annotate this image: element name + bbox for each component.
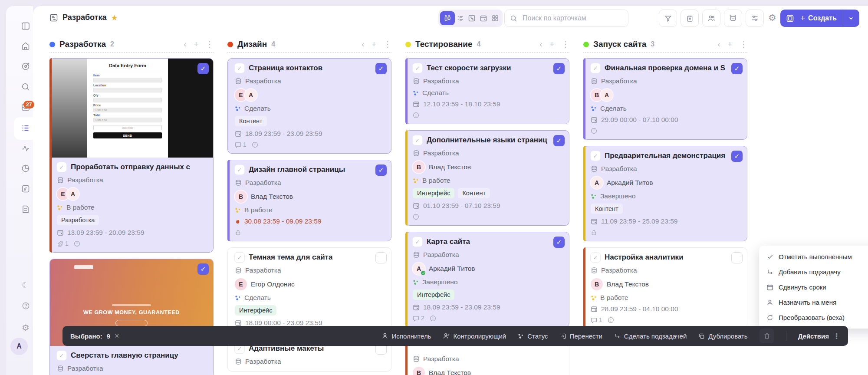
view-calendar-icon[interactable]	[478, 11, 490, 25]
view-grid-icon[interactable]	[489, 11, 501, 25]
settings-gear-icon[interactable]: ⚙	[17, 319, 34, 336]
complete-checkbox[interactable]	[591, 63, 600, 73]
task-card[interactable]: Карта сайта Разработка A Аркадий Титов З…	[405, 232, 569, 327]
add-card-icon[interactable]: +	[372, 40, 376, 49]
feed-icon[interactable]	[17, 180, 34, 197]
activity-icon[interactable]	[17, 140, 34, 157]
goals-icon[interactable]	[17, 58, 34, 75]
reports-pie-icon[interactable]	[17, 160, 34, 177]
task-card[interactable]: Настройка аналитики Разработка B Влад Те…	[583, 247, 747, 329]
user-avatar[interactable]: A	[10, 338, 28, 355]
avatar[interactable]: A	[591, 177, 603, 189]
help-icon[interactable]	[17, 297, 34, 314]
menu-item-shift-dates[interactable]: Сдвинуть сроки	[759, 280, 868, 295]
view-list-icon[interactable]	[455, 11, 467, 25]
column-menu-icon[interactable]: ⋮	[384, 39, 391, 49]
filter-icon[interactable]	[659, 10, 677, 27]
tune-icon[interactable]	[746, 10, 764, 27]
complete-checkbox[interactable]	[235, 165, 244, 174]
bar-action-duplicate[interactable]: Дублировать	[698, 332, 747, 340]
avatar[interactable]: A	[67, 188, 79, 200]
select-checkbox[interactable]	[731, 252, 743, 263]
task-card[interactable]: Data Entry Form Item Location Qty PriceU…	[49, 58, 214, 253]
task-card[interactable]: Дизайн главной страницы Разработка B Вла…	[227, 160, 391, 241]
avatar[interactable]: A	[245, 89, 257, 101]
column-menu-icon[interactable]: ⋮	[206, 39, 214, 49]
complete-checkbox[interactable]	[591, 253, 600, 262]
create-dropdown-chevron-icon[interactable]	[843, 10, 859, 27]
tag[interactable]: Интерфейс	[413, 289, 454, 300]
bar-action-supervisor[interactable]: Контролирующий	[443, 332, 506, 340]
tag[interactable]: Контент	[235, 116, 267, 126]
view-kanban-icon[interactable]	[440, 11, 455, 25]
select-checkbox[interactable]	[197, 263, 209, 275]
avatar[interactable]: B	[413, 367, 425, 375]
menu-item-add-subtask[interactable]: Добавить подзадачу	[759, 264, 868, 280]
create-button[interactable]: +Создать	[799, 10, 843, 27]
complete-checkbox[interactable]	[57, 162, 66, 172]
delete-trash-icon[interactable]	[760, 329, 774, 343]
complete-checkbox[interactable]	[413, 237, 422, 247]
column-menu-icon[interactable]: ⋮	[562, 39, 569, 49]
menu-item-ass ign-to-me[interactable]: Назначить на меня	[759, 295, 868, 310]
select-checkbox[interactable]	[197, 63, 209, 74]
tag[interactable]: Интерфейс	[235, 305, 276, 316]
select-checkbox[interactable]	[553, 135, 565, 146]
select-checkbox[interactable]	[375, 63, 387, 74]
column-menu-icon[interactable]: ⋮	[740, 39, 747, 49]
select-checkbox[interactable]	[553, 63, 565, 74]
complete-checkbox[interactable]	[235, 253, 244, 262]
collapse-column-icon[interactable]: ‹	[717, 40, 720, 49]
view-gantt-icon[interactable]	[466, 11, 478, 25]
search-icon[interactable]	[17, 78, 34, 95]
complete-checkbox[interactable]	[235, 63, 244, 73]
select-checkbox[interactable]	[375, 164, 387, 176]
complete-checkbox[interactable]	[591, 151, 600, 161]
collapse-column-icon[interactable]: ‹	[539, 40, 542, 49]
avatar[interactable]: B	[413, 161, 425, 173]
collapse-column-icon[interactable]: ‹	[184, 40, 186, 49]
task-card[interactable]: Темная тема для сайта Разработка E Егор …	[227, 247, 391, 332]
select-checkbox[interactable]	[731, 151, 743, 162]
clipboard-icon[interactable]	[681, 10, 699, 27]
bar-action-make-subtask[interactable]: Сделать подзадачей	[614, 332, 687, 340]
favorite-star-icon[interactable]: ★	[111, 14, 118, 22]
avatar[interactable]: A	[601, 89, 613, 101]
add-card-icon[interactable]: +	[194, 40, 198, 49]
avatar[interactable]: B	[591, 278, 603, 290]
select-checkbox[interactable]	[375, 252, 387, 263]
avatar[interactable]: E	[235, 278, 247, 290]
search-input[interactable]	[522, 14, 623, 23]
bar-action-status[interactable]: Статус	[518, 332, 548, 340]
bar-action-assignee[interactable]: Исполнитель	[381, 332, 431, 340]
frame-icon[interactable]	[780, 10, 799, 27]
add-card-icon[interactable]: +	[727, 40, 732, 49]
board-settings-gear-icon[interactable]: ⚙	[768, 13, 776, 22]
docs-icon[interactable]	[17, 201, 34, 218]
task-card[interactable]: Страница контактов Разработка E A Сделат…	[227, 58, 391, 154]
task-card[interactable]: Предварительная демонстрация Разработка …	[583, 146, 747, 241]
collapse-column-icon[interactable]: ‹	[362, 40, 364, 49]
home-icon[interactable]	[17, 37, 34, 55]
bar-actions-menu[interactable]: Действия⋮	[798, 332, 840, 341]
bar-action-move[interactable]: Перенести	[560, 332, 602, 340]
avatar[interactable]: B	[235, 191, 247, 203]
select-checkbox[interactable]	[731, 63, 743, 74]
complete-checkbox[interactable]	[413, 135, 422, 145]
task-card[interactable]: WE GROW MONEY, GUARANTEED Сверстать глав…	[49, 259, 214, 375]
card-search[interactable]	[504, 10, 628, 27]
board-list-icon-active[interactable]	[17, 119, 34, 137]
add-card-icon[interactable]: +	[549, 40, 554, 49]
close-icon[interactable]: ×	[115, 332, 119, 341]
bot-icon[interactable]	[724, 10, 742, 27]
complete-checkbox[interactable]	[413, 63, 422, 73]
menu-item-convert-milestone[interactable]: Преобразовать (веха)	[759, 310, 868, 325]
task-card[interactable]: Финальная проверка домена и SSL Разработ…	[583, 58, 747, 140]
select-checkbox[interactable]	[553, 237, 565, 248]
tag[interactable]: Контент	[458, 188, 490, 198]
menu-item-mark-done[interactable]: Отметить выполненным	[759, 249, 868, 264]
task-card[interactable]: Тест скорости загрузки Разработка Сделат…	[405, 58, 569, 124]
toggle-sidebar-icon[interactable]	[17, 17, 34, 35]
complete-checkbox[interactable]	[57, 351, 66, 360]
avatar-with-done-badge[interactable]: A	[413, 263, 425, 275]
